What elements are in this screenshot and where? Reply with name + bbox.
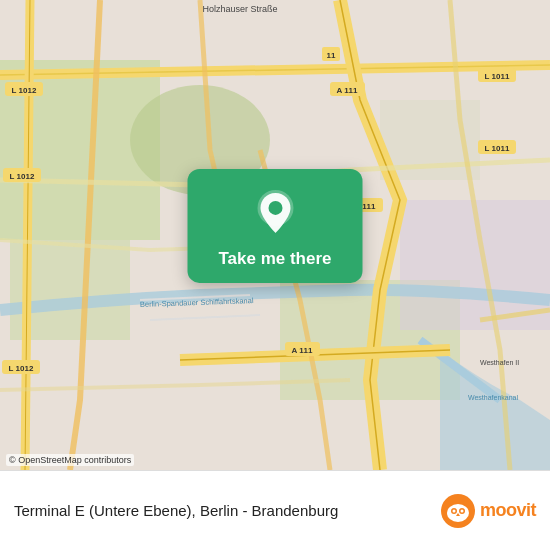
bottom-content: Terminal E (Untere Ebene), Berlin - Bran… — [14, 493, 536, 529]
action-label: Take me there — [218, 249, 331, 269]
osm-map-credit: © OpenStreetMap contributors — [6, 454, 134, 466]
svg-text:L 1011: L 1011 — [485, 144, 510, 153]
location-text: Terminal E (Untere Ebene), Berlin - Bran… — [14, 502, 440, 520]
svg-text:L 1012: L 1012 — [10, 172, 35, 181]
svg-text:A 111: A 111 — [291, 346, 313, 355]
holzhauser-label: Holzhauser Straße — [202, 4, 277, 14]
svg-text:11: 11 — [327, 51, 336, 60]
action-card[interactable]: Take me there — [188, 169, 363, 283]
moovit-text: moovit — [480, 500, 536, 521]
svg-point-35 — [460, 509, 463, 512]
moovit-logo: moovit — [440, 493, 536, 529]
moovit-brand-icon — [440, 493, 476, 529]
bottom-bar: Terminal E (Untere Ebene), Berlin - Bran… — [0, 470, 550, 550]
svg-text:Westhafenkanal: Westhafenkanal — [468, 394, 519, 401]
svg-text:A 111: A 111 — [336, 86, 358, 95]
pin-icon — [249, 187, 301, 239]
svg-text:Westhafen II: Westhafen II — [480, 359, 519, 366]
svg-text:L 1012: L 1012 — [12, 86, 37, 95]
svg-text:L 1012: L 1012 — [9, 364, 34, 373]
svg-point-34 — [452, 509, 455, 512]
map-container: Holzhauser Straße L 1012 L 1012 L 1012 L… — [0, 0, 550, 470]
location-name: Terminal E (Untere Ebene), Berlin - Bran… — [14, 502, 338, 519]
svg-point-29 — [268, 201, 282, 215]
svg-text:L 1011: L 1011 — [485, 72, 510, 81]
